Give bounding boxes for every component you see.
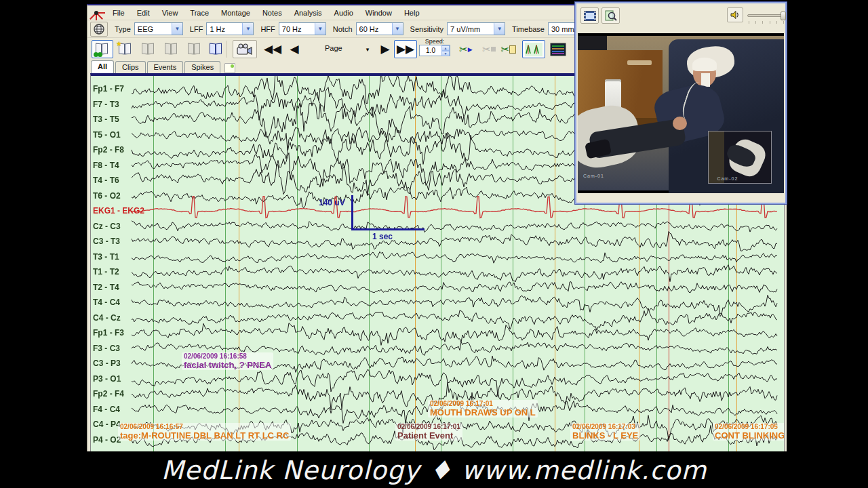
mute-button[interactable] (727, 7, 743, 22)
channel-label: C3 - P3 (93, 359, 121, 368)
page-dropdown-button[interactable]: ▾ (363, 40, 372, 58)
sensitivity-select[interactable]: 7 uV/mm▼ (447, 22, 505, 35)
footer-text: MedLink Neurology ♦ www.medlink.com (161, 455, 707, 485)
step-back-icon: ◀ (290, 43, 298, 55)
montage-2-button[interactable]: ★ (115, 40, 136, 58)
page-icon (509, 45, 516, 54)
notch-label: Notch (333, 25, 353, 33)
app-icon (90, 7, 102, 18)
pip-video: Cam-02 (708, 131, 772, 184)
menu-item-audio[interactable]: Audio (328, 7, 359, 19)
desk-drawer-handle (627, 60, 652, 65)
menu-item-view[interactable]: View (156, 7, 184, 19)
chevron-down-icon: ▼ (392, 23, 403, 35)
type-select[interactable]: EEG▼ (134, 22, 183, 35)
channel-label: F7 - T3 (93, 100, 119, 109)
chevron-down-icon: ▼ (172, 23, 182, 35)
tab-all[interactable]: All (91, 60, 114, 73)
speed-spinner[interactable]: 1.0 ▲▼ (419, 45, 450, 56)
channel-label: Fp1 - F3 (93, 328, 124, 338)
patient-video-feed: Cam-01 Cam-02 (578, 33, 784, 193)
menu-item-notes[interactable]: Notes (256, 7, 288, 19)
magnifier-icon (605, 10, 617, 22)
channel-label: T3 - T5 (93, 115, 119, 124)
channel-label: T3 - T1 (93, 252, 119, 262)
lff-select[interactable]: 1 Hz▼ (206, 22, 254, 35)
clip-play-button[interactable]: ✂▶ (454, 40, 477, 58)
scissors-icon: ✂ (482, 43, 491, 56)
patient-hand (673, 117, 687, 131)
hff-label: HFF (260, 25, 275, 33)
trace-view-toggle[interactable] (522, 40, 545, 58)
channel-label: Cz - C3 (93, 222, 121, 231)
video-search-button[interactable] (601, 7, 620, 24)
montage-4-button[interactable] (161, 40, 182, 58)
play-icon: ▶ (468, 46, 473, 53)
channel-label: F4 - C4 (93, 405, 120, 414)
volume-slider[interactable] (747, 14, 785, 17)
channel-label: T1 - T2 (93, 267, 119, 277)
channel-label: P3 - O1 (93, 374, 121, 384)
camera-1-label: Cam-01 (583, 174, 604, 178)
menu-item-montage[interactable]: Montage (215, 7, 256, 19)
scissors-icon: ✂ (501, 43, 510, 56)
montage-3-button[interactable] (138, 40, 159, 58)
menu-item-trace[interactable]: Trace (184, 7, 215, 19)
tab-spikes[interactable]: Spikes (184, 61, 220, 73)
channel-label: C4 - P4 (93, 420, 121, 429)
play-button[interactable]: ▶ (378, 40, 393, 58)
clip-save-button[interactable]: ✂ (497, 40, 520, 58)
event-annotation: 02/06/2009 16:17:01MOUTH DRAWS UP ON L (428, 400, 538, 418)
clip-stop-button[interactable]: ✂ (479, 40, 499, 58)
globe-icon (94, 24, 104, 35)
notch-select[interactable]: 60 Hz▼ (356, 22, 403, 35)
montage-1-button[interactable] (92, 40, 113, 58)
screen-icon (550, 43, 566, 56)
menu-item-window[interactable]: Window (359, 7, 398, 19)
tab-events[interactable]: Events (147, 61, 184, 73)
video-status-strip (578, 194, 784, 202)
menu-item-analysis[interactable]: Analysis (288, 7, 328, 19)
hff-select[interactable]: 70 Hz▼ (279, 22, 326, 35)
montage-5-button[interactable] (184, 40, 205, 58)
step-back-button[interactable]: ◀ (287, 40, 302, 58)
video-source-button[interactable] (580, 7, 599, 24)
event-annotation: 02/06/2009 16:17:03BLINKS - L EYE (570, 423, 640, 441)
menu-item-file[interactable]: File (106, 7, 131, 19)
channel-label: Fp2 - F8 (93, 145, 124, 155)
menu-item-help[interactable]: Help (398, 7, 426, 19)
video-camera-button[interactable] (233, 40, 257, 58)
tab-clips[interactable]: Clips (115, 61, 145, 73)
rewind-button[interactable]: ◀◀ (261, 40, 284, 58)
footer-banner: MedLink Neurology ♦ www.medlink.com (0, 453, 868, 488)
calibration-vertical-line (351, 195, 353, 230)
display-settings-button[interactable] (547, 40, 569, 58)
lff-label: LFF (190, 25, 203, 33)
spin-up-icon[interactable]: ▲ (441, 45, 450, 51)
event-annotation: 02/06/2009 16:17:01Patient Event (395, 423, 462, 441)
channel-label: Fp2 - F4 (93, 389, 124, 399)
montage-globe-button[interactable] (90, 22, 108, 37)
fast-forward-icon: ▶▶ (397, 43, 414, 55)
calibration-horizontal-line (351, 228, 425, 230)
new-note-icon[interactable] (224, 63, 235, 73)
video-toolbar (576, 3, 785, 32)
page-label: Page (325, 44, 342, 52)
head-bandage (692, 58, 717, 72)
video-camera-icon (237, 43, 253, 56)
spin-down-icon[interactable]: ▼ (441, 51, 450, 56)
channel-label: C4 - Cz (93, 313, 121, 323)
calibration-time-label: 1 sec (372, 232, 393, 241)
speed-label: Speed: (419, 38, 450, 45)
film-frame-icon (584, 11, 596, 21)
menu-item-edit[interactable]: Edit (131, 7, 156, 19)
volume-knob[interactable] (781, 12, 786, 20)
chevron-down-icon: ▼ (494, 23, 505, 35)
montage-6-button[interactable] (205, 40, 227, 58)
patient-video-window: Cam-01 Cam-02 (575, 2, 787, 204)
channel-label: P4 - O2 (93, 435, 121, 445)
fast-forward-button[interactable]: ▶▶ (394, 40, 417, 58)
chevron-down-icon: ▼ (315, 23, 326, 35)
calibration-voltage-label: 140 uV (319, 198, 345, 207)
channel-label: F8 - T4 (93, 161, 119, 170)
